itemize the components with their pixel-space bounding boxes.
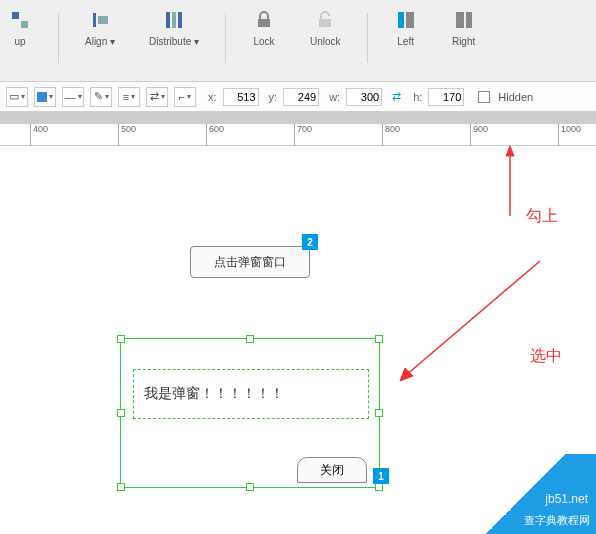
- annotation-check-label: 勾上: [526, 206, 558, 227]
- distribute-icon: [162, 8, 186, 32]
- popup-text: 我是弹窗！！！！！！: [144, 385, 284, 403]
- dock-right-tool[interactable]: Right: [444, 8, 484, 47]
- dock-left-tool[interactable]: Left: [386, 8, 426, 47]
- close-text: 关闭: [320, 462, 344, 479]
- lock-label: Lock: [253, 36, 274, 47]
- ruler-tick: 1000: [558, 124, 581, 146]
- resize-handle-ne[interactable]: [375, 335, 383, 343]
- resize-handle-sw[interactable]: [117, 483, 125, 491]
- ruler-tick: 600: [206, 124, 224, 146]
- svg-rect-5: [172, 12, 176, 28]
- distribute-label: Distribute ▾: [149, 36, 199, 47]
- x-label: x:: [208, 91, 217, 103]
- lock-icon: [252, 8, 276, 32]
- align-tool[interactable]: Align ▾: [77, 8, 123, 47]
- annotation-arrow-up: [500, 146, 520, 216]
- svg-rect-9: [398, 12, 404, 28]
- divider: [58, 13, 59, 63]
- svg-rect-10: [406, 12, 414, 28]
- ruler-tick: 500: [118, 124, 136, 146]
- y-input[interactable]: [283, 88, 319, 106]
- resize-handle-n[interactable]: [246, 335, 254, 343]
- footnote-badge-1: 1: [373, 468, 389, 484]
- footnote-badge-2: 2: [302, 234, 318, 250]
- unlock-tool[interactable]: Unlock: [302, 8, 349, 47]
- h-label: h:: [413, 91, 422, 103]
- svg-marker-14: [506, 146, 514, 156]
- dock-left-icon: [394, 8, 418, 32]
- selected-popup-group[interactable]: 我是弹窗！！！！！！ 关闭: [120, 338, 380, 488]
- group-tool[interactable]: up: [0, 8, 40, 47]
- svg-rect-7: [258, 19, 270, 27]
- svg-rect-8: [319, 19, 331, 27]
- ruler-tick: 400: [30, 124, 48, 146]
- close-button-widget[interactable]: 关闭: [297, 457, 367, 483]
- left-label: Left: [397, 36, 414, 47]
- corner-style-dropdown[interactable]: ⌐▾: [174, 87, 196, 107]
- distribute-tool[interactable]: Distribute ▾: [141, 8, 207, 47]
- popup-text-widget[interactable]: 我是弹窗！！！！！！: [133, 369, 369, 419]
- svg-rect-6: [178, 12, 182, 28]
- y-label: y:: [269, 91, 278, 103]
- ruler-tick: 700: [294, 124, 312, 146]
- svg-rect-11: [456, 12, 464, 28]
- border-style-dropdown[interactable]: ▭▾: [6, 87, 28, 107]
- ruler-tick: 900: [470, 124, 488, 146]
- divider: [225, 13, 226, 63]
- line-style-dropdown[interactable]: ≡▾: [118, 87, 140, 107]
- resize-handle-nw[interactable]: [117, 335, 125, 343]
- divider: [367, 13, 368, 63]
- svg-rect-1: [21, 21, 28, 28]
- main-toolbar: up Align ▾ Distribute ▾ Lock Unlock Left…: [0, 0, 596, 82]
- ruler-bar: [0, 112, 596, 124]
- unlock-label: Unlock: [310, 36, 341, 47]
- fill-color-dropdown[interactable]: ▾: [34, 87, 56, 107]
- resize-handle-w[interactable]: [117, 409, 125, 417]
- lock-tool[interactable]: Lock: [244, 8, 284, 47]
- resize-handle-se[interactable]: [375, 483, 383, 491]
- horizontal-ruler: 400 500 600 700 800 900 1000: [0, 124, 596, 146]
- arrow-style-dropdown[interactable]: ⇄▾: [146, 87, 168, 107]
- watermark-text: 查字典教程网: [524, 513, 590, 528]
- ruler-tick: 800: [382, 124, 400, 146]
- design-canvas[interactable]: 点击弹窗窗口 2 我是弹窗！！！！！！ 关闭 1 勾上 选中 jb51.net …: [0, 146, 596, 534]
- x-input[interactable]: [223, 88, 259, 106]
- unlock-icon: [313, 8, 337, 32]
- svg-rect-12: [466, 12, 472, 28]
- watermark-corner: jb51.net 查字典教程网: [456, 454, 596, 534]
- dock-right-icon: [452, 8, 476, 32]
- line-color-dropdown[interactable]: ✎▾: [90, 87, 112, 107]
- align-icon: [88, 8, 112, 32]
- watermark-site: jb51.net: [545, 492, 588, 506]
- resize-handle-e[interactable]: [375, 409, 383, 417]
- group-label: up: [14, 36, 25, 47]
- svg-rect-2: [93, 13, 96, 27]
- hidden-checkbox[interactable]: [478, 91, 490, 103]
- resize-handle-s[interactable]: [246, 483, 254, 491]
- annotation-arrow-select: [395, 256, 545, 386]
- w-label: w:: [329, 91, 340, 103]
- trigger-button-widget[interactable]: 点击弹窗窗口: [190, 246, 310, 278]
- svg-line-15: [405, 261, 540, 376]
- h-input[interactable]: [428, 88, 464, 106]
- svg-rect-4: [166, 12, 170, 28]
- svg-rect-0: [12, 12, 19, 19]
- button-text: 点击弹窗窗口: [214, 254, 286, 271]
- w-input[interactable]: [346, 88, 382, 106]
- properties-bar: ▭▾ ▾ —▾ ✎▾ ≡▾ ⇄▾ ⌐▾ x: y: w: ⇄ h: Hidden: [0, 82, 596, 112]
- annotation-select-label: 选中: [530, 346, 562, 367]
- align-label: Align ▾: [85, 36, 115, 47]
- line-width-dropdown[interactable]: —▾: [62, 87, 84, 107]
- group-icon: [8, 8, 32, 32]
- hidden-label: Hidden: [498, 91, 533, 103]
- link-wh-icon[interactable]: ⇄: [392, 90, 401, 103]
- right-label: Right: [452, 36, 475, 47]
- svg-rect-3: [98, 16, 108, 24]
